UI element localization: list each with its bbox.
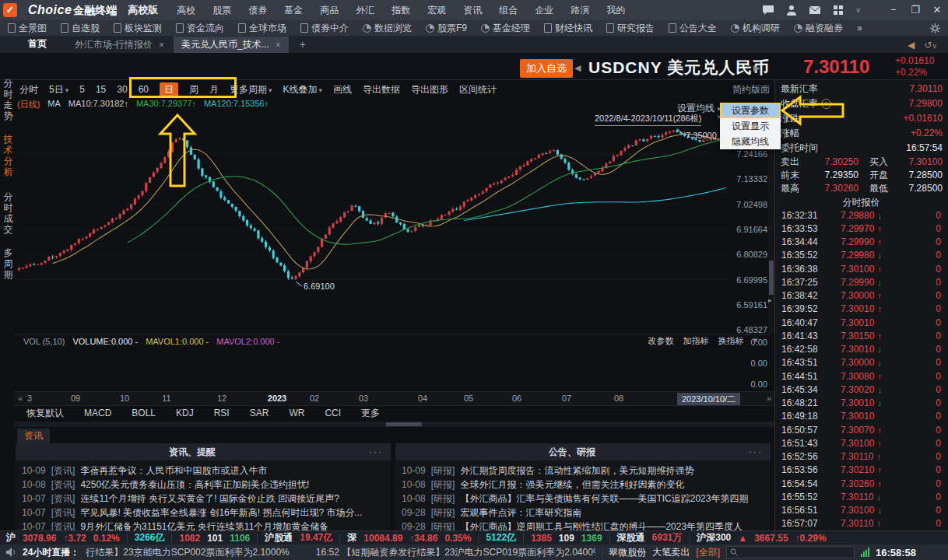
toolbar-区间统计[interactable]: 区间统计 (459, 83, 497, 96)
shortcut-自选股[interactable]: 自选股 (61, 22, 100, 35)
toolbar-月[interactable]: 月 (209, 83, 219, 96)
indicator-tab-CCI[interactable]: CCI (325, 408, 341, 418)
apps-grid-icon[interactable] (832, 5, 844, 16)
indicator-tab-BOLL[interactable]: BOLL (132, 408, 156, 418)
news-item[interactable]: 10-09[研报]外汇期货周度报告：流动性紧缩加剧，美元短期维持强势 (402, 464, 764, 478)
vol-action-换指标[interactable]: 换指标 (718, 335, 744, 347)
menu-组合[interactable]: 组合 (499, 4, 518, 17)
tick-row[interactable]: 16:35:527.29980↓0 (774, 249, 948, 262)
toolbar-分时[interactable]: 分时 (19, 83, 38, 96)
tick-row[interactable]: 16:37:257.29990↓0 (774, 275, 948, 289)
tick-row[interactable]: 16:52:567.30110↑0 (774, 450, 948, 464)
tick-row[interactable]: 16:45:347.30020↓0 (774, 383, 948, 396)
simple-layout-link[interactable]: 简约版面 (732, 83, 770, 96)
menu-资讯[interactable]: 资讯 (463, 4, 482, 17)
next-symbol-icon[interactable]: ▶ (753, 63, 760, 73)
tab-document-0[interactable]: 外汇市场-行情报价× (67, 37, 172, 53)
new-tab-button[interactable]: + (289, 38, 317, 53)
scroll-right-icon[interactable]: » (767, 394, 771, 403)
chat-icon[interactable] (762, 5, 774, 16)
shortcut-全景图[interactable]: 全景图 (8, 22, 47, 35)
indicator-tab-SAR[interactable]: SAR (250, 408, 269, 418)
apps-caret-icon[interactable]: ∨ (855, 6, 861, 14)
news-item[interactable]: 09-28[研报]宏观事件点评：汇率研究指南 (402, 506, 764, 520)
indicator-tab-更多[interactable]: 更多 (361, 407, 380, 420)
news-item[interactable]: 10-08[研报]【外汇商品】汇率与美债抛售有何关联——美国TIC追踪2023年… (402, 492, 764, 506)
menu-债券[interactable]: 债券 (248, 4, 267, 17)
minimize-button[interactable]: − (883, 0, 904, 20)
shortcut-股票F9[interactable]: 股票F9 (426, 22, 467, 35)
back-arrow-icon[interactable]: ◀ (908, 40, 915, 51)
left-tab-multi-period[interactable]: 多周期 (0, 247, 15, 280)
toolbar-周[interactable]: 周 (189, 83, 198, 96)
menu-item-set-params[interactable]: 设置参数 (720, 103, 781, 118)
undo-icon[interactable]: ↺∨ (924, 40, 937, 51)
shortcut-资金流向[interactable]: 资金流向 (176, 22, 224, 35)
tick-row[interactable]: 16:56:517.30100↓0 (774, 504, 948, 517)
shortcut-板块监测[interactable]: 板块监测 (114, 22, 162, 35)
mail-icon[interactable] (809, 5, 821, 16)
news-item[interactable]: 10-09[资讯]李蓓再惹争议：人民币和中国股市或进入牛市 (22, 464, 384, 478)
menu-高校[interactable]: 高校 (177, 4, 195, 17)
more-icon[interactable]: ··· (749, 446, 771, 457)
ticker-items[interactable]: 行结果】23京能电力SCP002票面利率为2.1000%16:52 【短期融资券… (86, 546, 595, 559)
chart-hscrollbar[interactable] (14, 422, 774, 427)
menu-宏观[interactable]: 宏观 (427, 4, 446, 17)
news-item[interactable]: 10-08[资讯]4250亿美元债务泰山压顶：高利率正加剧美企违约担忧! (22, 478, 384, 492)
shortcut-基金经理[interactable]: 基金经理 (481, 22, 530, 35)
toolbar-5日[interactable]: 5日▾ (49, 83, 68, 96)
shortcut-机构调研[interactable]: 机构调研 (731, 22, 780, 35)
news-item[interactable]: 09-28[研报]【外汇商品】逆周期工具与刚性结汇盘的搏斗——2023年第四季度… (402, 520, 764, 530)
shortcut-财经快讯[interactable]: 财经快讯 (544, 22, 592, 35)
add-watchlist-button[interactable]: 加入自选 (520, 59, 573, 78)
tab-document-1[interactable]: 美元兑人民币_技术...× (174, 37, 289, 53)
info-icon[interactable]: ? (821, 99, 831, 109)
indicator-tab-MACD[interactable]: MACD (84, 408, 111, 418)
more-icon[interactable]: ··· (369, 446, 391, 457)
menu-路演[interactable]: 路演 (571, 4, 589, 17)
shortcut-全球市场[interactable]: 全球市场 (238, 22, 286, 35)
chart-vscroll-handle[interactable] (769, 261, 774, 295)
toolbar-更多周期[interactable]: 更多周期▾ (230, 83, 272, 96)
gear-icon[interactable] (930, 23, 940, 33)
news-item[interactable]: 10-08[研报]全球外汇月报：强美元继续，但需关注利好因素的变化 (402, 478, 764, 492)
vol-action-加指标[interactable]: 加指标 (683, 335, 709, 347)
left-tab-minute-trend[interactable]: 分时走势 (0, 78, 15, 121)
close-tab-icon[interactable]: × (159, 40, 164, 51)
menu-基金[interactable]: 基金 (284, 4, 303, 17)
tick-row[interactable]: 16:53:567.30210↑0 (774, 464, 948, 477)
tick-row[interactable]: 16:41:437.30150↑0 (774, 329, 948, 342)
toolbar-15[interactable]: 15 (96, 84, 106, 95)
tick-row[interactable]: 16:44:517.30080↑0 (774, 369, 948, 383)
toolbar-K线叠加[interactable]: K线叠加▾ (283, 83, 323, 96)
left-tab-minute-deals[interactable]: 分时成交 (0, 191, 15, 235)
news-item[interactable]: 10-07[资讯]9月外汇储备为31151亿美元 央行连续第11个月增加黄金储备 (22, 520, 384, 530)
tick-row[interactable]: 16:40:477.300100 (774, 316, 948, 329)
candlestick-chart[interactable]: 7.350006.69100 (17, 109, 728, 334)
tick-row[interactable]: 16:38:427.30000↑0 (774, 289, 948, 303)
shortcut-公告大全[interactable]: 公告大全 (669, 22, 717, 35)
tab-home[interactable]: 首页 (0, 37, 67, 53)
indicator-tab-WR[interactable]: WR (289, 408, 304, 418)
toolbar-画线[interactable]: 画线 (333, 83, 352, 96)
left-tab-technical-analysis[interactable]: 技术分析 (0, 134, 15, 177)
close-tab-icon[interactable]: × (276, 40, 281, 51)
tick-list[interactable]: 16:32:317.29880↓016:33:537.29970↑016:34:… (774, 208, 948, 530)
toolbar-日[interactable]: 日 (160, 82, 178, 97)
menu-item-set-display[interactable]: 设置显示 (720, 118, 781, 134)
indicator-tab-RSI[interactable]: RSI (214, 408, 230, 418)
tick-row[interactable]: 16:51:437.30100↑0 (774, 436, 948, 450)
tick-row[interactable]: 16:32:317.29880↓0 (774, 208, 948, 222)
shortcut-研究报告[interactable]: 研究报告 (606, 22, 655, 35)
menu-企业[interactable]: 企业 (535, 4, 553, 17)
restore-button[interactable]: ❐ (904, 0, 926, 20)
menu-指数[interactable]: 指数 (391, 4, 410, 17)
tick-row[interactable]: 16:48:217.30010↓0 (774, 397, 948, 410)
collapse-panel-icon[interactable]: ▸ (768, 296, 772, 304)
search-input[interactable] (726, 546, 855, 558)
tick-row[interactable]: 16:33:537.29970↑0 (774, 222, 948, 235)
indicator-tab-恢复默认[interactable]: 恢复默认 (26, 407, 64, 420)
alert-stock[interactable]: 翠微股份 (609, 546, 646, 559)
vol-action-改参数[interactable]: 改参数 (648, 335, 674, 347)
news-item[interactable]: 10-07[资讯]罕见风暴! 美债收益率全线暴涨 创16年新高! 拐点何时出现?… (22, 506, 384, 520)
